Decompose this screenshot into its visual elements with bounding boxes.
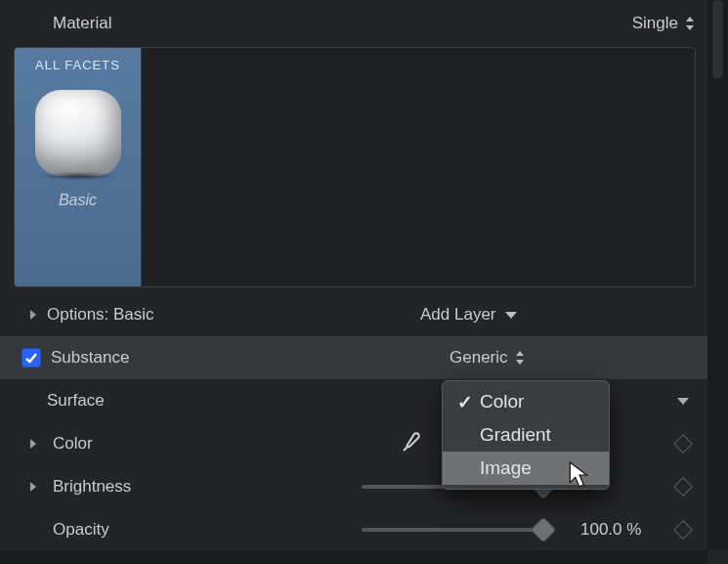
menu-item-label: Image [476,457,532,479]
row-opacity: Opacity 100.0 % [0,508,707,551]
eyedropper-icon [401,430,424,454]
material-inspector-panel: Material Single ALL FACETS Basic [0,0,728,564]
checkmark-icon [24,351,38,365]
material-mode-value: Single [632,14,678,33]
facets-tab-label: ALL FACETS [35,58,120,72]
opacity-label: Opacity [53,520,170,540]
checkmark-icon: ✓ [454,391,476,413]
add-layer-popup[interactable]: Add Layer [420,305,518,325]
material-preview-cube [33,88,123,178]
material-header-row: Material Single [0,0,707,47]
facet-preview-thumbnail[interactable] [31,86,125,180]
menu-item-gradient[interactable]: Gradient [443,418,609,452]
chevron-right-icon [28,309,38,321]
substance-value-popup[interactable]: Generic [450,348,526,368]
surface-advanced-toggle[interactable] [668,397,690,406]
brightness-label: Brightness [53,477,170,497]
substance-label: Substance [51,348,168,368]
material-title: Material [53,14,111,33]
surface-label: Surface [47,391,164,411]
facet-preview-name: Basic [59,192,97,209]
chevron-down-icon [676,397,690,406]
facets-tab-all[interactable]: ALL FACETS Basic [15,48,142,286]
vertical-scrollbar[interactable] [707,0,728,550]
substance-enable-checkbox[interactable] [21,348,41,368]
disclosure-options[interactable] [25,309,41,321]
menu-item-label: Color [476,391,524,412]
facets-well: ALL FACETS Basic [14,47,696,287]
updown-icon [684,17,696,30]
row-substance[interactable]: Substance Generic [0,336,707,379]
opacity-slider[interactable] [362,528,543,532]
opacity-value[interactable]: 100.0 % [580,520,641,540]
color-keyframe-diamond[interactable] [673,434,693,454]
brightness-keyframe-diamond[interactable] [673,477,693,497]
options-label: Options: Basic [47,305,164,325]
material-mode-popup[interactable]: Single [632,14,696,33]
disclosure-brightness[interactable] [25,481,41,493]
menu-item-image[interactable]: Image [443,452,609,485]
surface-type-menu[interactable]: ✓ Color Gradient Image [442,380,610,490]
panel-content: Material Single ALL FACETS Basic [0,0,707,550]
add-layer-label: Add Layer [420,305,496,325]
vertical-scroll-thumb[interactable] [712,0,723,78]
menu-item-color[interactable]: ✓ Color [443,385,609,418]
horizontal-scrollbar[interactable] [0,550,707,564]
menu-item-label: Gradient [476,424,551,446]
color-eyedropper-button[interactable] [401,430,424,458]
disclosure-color[interactable] [25,438,41,450]
updown-icon [514,351,526,365]
row-options: Options: Basic Add Layer [0,293,707,336]
substance-value: Generic [450,348,508,368]
chevron-right-icon [28,481,38,493]
opacity-keyframe-diamond[interactable] [673,520,693,540]
color-label: Color [53,434,170,454]
chevron-down-icon [504,310,518,320]
chevron-right-icon [28,438,38,450]
